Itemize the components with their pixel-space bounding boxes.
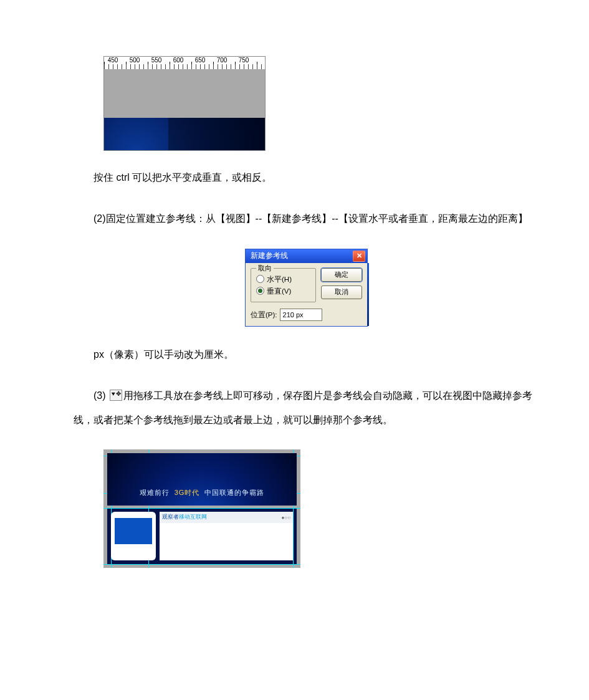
logo-text: 观察者 — [162, 514, 179, 520]
orientation-group: 取向 水平(H) 垂直(V) — [251, 268, 316, 302]
dialog-title: 新建参考线 — [251, 251, 288, 261]
ok-button[interactable]: 确定 — [321, 268, 362, 282]
panel-header: 观察者移动互联网 ●○○ — [160, 512, 293, 523]
canvas-image-band — [104, 118, 265, 150]
cancel-button[interactable]: 取消 — [321, 285, 362, 299]
radio-icon — [256, 287, 264, 295]
position-label: 位置(P): — [251, 310, 277, 320]
headline-part: 3G时代 — [175, 489, 200, 496]
figure-ruler-screenshot: 450 500 550 600 650 700 750 — [103, 56, 266, 151]
figure-new-guide-dialog: 新建参考线 ✕ 取向 水平(H) 垂直(V) 确定 取消 位置(P): — [245, 249, 368, 327]
banner-bottom: 观察者移动互联网 ●○○ — [107, 508, 297, 564]
radio-horizontal[interactable]: 水平(H) — [256, 274, 310, 284]
dialog-edge — [367, 263, 369, 326]
banner-headline: 艰难前行 3G时代 中国联通的争霸路 — [107, 484, 297, 501]
ruler-label: 700 — [217, 57, 227, 64]
paragraph: 按住 ctrl 可以把水平变成垂直，或相反。 — [74, 166, 539, 189]
headline-part: 艰难前行 — [140, 489, 170, 496]
paragraph: px（像素）可以手动改为厘米。 — [74, 343, 539, 367]
move-tool-icon — [110, 390, 122, 401]
position-row: 位置(P): 210 px — [246, 309, 367, 326]
ruler-label: 600 — [173, 57, 184, 64]
position-input[interactable]: 210 px — [280, 309, 322, 321]
panel-logo: 观察者移动互联网 — [162, 511, 207, 524]
banner-top: 艰难前行 3G时代 中国联通的争霸路 — [107, 453, 297, 506]
headline-part: 中国联通的争霸路 — [204, 489, 264, 496]
ruler-label: 500 — [130, 57, 140, 64]
dialog-buttons: 确定 取消 — [321, 268, 362, 302]
radio-vertical[interactable]: 垂直(V) — [256, 286, 310, 296]
canvas-gray-area — [104, 69, 265, 118]
radio-icon — [256, 275, 264, 283]
ruler-label: 550 — [151, 57, 162, 64]
radio-label: 水平(H) — [267, 274, 292, 284]
guide-line — [103, 564, 300, 565]
document-page: 450 500 550 600 650 700 750 按住 ctrl 可以把水… — [0, 0, 589, 700]
paragraph: (3) 用拖移工具放在参考线上即可移动，保存图片是参考线会自动隐藏，可以在视图中… — [74, 384, 539, 432]
paragraph-rest: 用拖移工具放在参考线上即可移动，保存图片是参考线会自动隐藏，可以在视图中隐藏掉参… — [74, 390, 532, 424]
phone-icon — [111, 512, 156, 560]
ruler-label: 450 — [108, 57, 118, 64]
logo-text: 移动互联网 — [179, 514, 207, 520]
radio-label: 垂直(V) — [267, 286, 291, 296]
banner-panel: 观察者移动互联网 ●○○ — [160, 512, 293, 560]
dialog-titlebar: 新建参考线 ✕ — [246, 249, 367, 263]
ruler: 450 500 550 600 650 700 750 — [104, 57, 265, 69]
close-icon[interactable]: ✕ — [353, 251, 365, 262]
panel-body — [160, 523, 293, 560]
paragraph: (2)固定位置建立参考线：从【视图】--【新建参考线】--【设置水平或者垂直，距… — [74, 207, 539, 231]
group-legend: 取向 — [256, 264, 274, 273]
ruler-label: 650 — [195, 57, 206, 64]
figure-banner-screenshot: 艰难前行 3G时代 中国联通的争霸路 观察者移动互联网 ●○○ — [103, 449, 300, 568]
guide-line — [103, 508, 300, 509]
dialog-body: 取向 水平(H) 垂直(V) 确定 取消 — [246, 263, 367, 309]
ruler-label: 750 — [239, 57, 249, 64]
panel-badge: ●○○ — [282, 512, 291, 524]
